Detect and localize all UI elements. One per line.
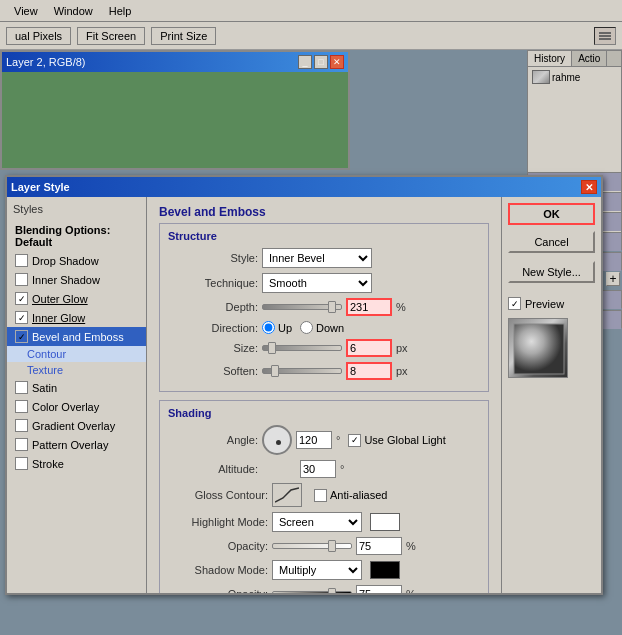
soften-input[interactable] bbox=[346, 362, 392, 380]
shadow-opacity-thumb[interactable] bbox=[328, 588, 336, 593]
checkbox-pattern-overlay[interactable] bbox=[15, 438, 28, 451]
checkbox-color-overlay[interactable] bbox=[15, 400, 28, 413]
style-item-outer-glow[interactable]: Outer Glow bbox=[7, 289, 146, 308]
dialog-title: Layer Style bbox=[11, 181, 70, 193]
checkbox-gradient-overlay[interactable] bbox=[15, 419, 28, 432]
soften-slider-thumb[interactable] bbox=[271, 365, 279, 377]
size-label: Size: bbox=[168, 342, 258, 354]
doc-titlebar-btns: _ □ ✕ bbox=[298, 55, 344, 69]
shadow-opacity-slider bbox=[272, 591, 352, 593]
angle-input[interactable] bbox=[296, 431, 332, 449]
style-item-bevel-emboss[interactable]: Bevel and Emboss bbox=[7, 327, 146, 346]
depth-slider-track[interactable] bbox=[262, 304, 342, 310]
highlight-opacity-input[interactable] bbox=[356, 537, 402, 555]
radio-up[interactable] bbox=[262, 321, 275, 334]
preview-checkbox[interactable] bbox=[508, 297, 521, 310]
add-icon-btn[interactable]: + bbox=[606, 272, 620, 286]
style-item-gradient-overlay[interactable]: Gradient Overlay bbox=[7, 416, 146, 435]
label-texture: Texture bbox=[27, 364, 63, 376]
style-select[interactable]: Inner Bevel bbox=[262, 248, 372, 268]
style-row: Style: Inner Bevel bbox=[168, 248, 480, 268]
shadow-opacity-input[interactable] bbox=[356, 585, 402, 593]
menu-help[interactable]: Help bbox=[101, 3, 140, 19]
radio-down[interactable] bbox=[300, 321, 313, 334]
highlight-opacity-row: Opacity: % bbox=[168, 537, 480, 555]
style-item-texture[interactable]: Texture bbox=[7, 362, 146, 378]
checkbox-inner-shadow[interactable] bbox=[15, 273, 28, 286]
structure-title: Structure bbox=[168, 230, 480, 242]
highlight-mode-row: Highlight Mode: Screen bbox=[168, 512, 480, 532]
anti-aliased-checkbox[interactable] bbox=[314, 489, 327, 502]
angle-dial[interactable] bbox=[262, 425, 292, 455]
style-item-blending[interactable]: Blending Options: Default bbox=[7, 221, 146, 251]
highlight-opacity-track[interactable] bbox=[272, 543, 352, 549]
preview-check[interactable]: Preview bbox=[508, 297, 564, 310]
history-item-label: rahme bbox=[552, 72, 580, 83]
style-item-pattern-overlay[interactable]: Pattern Overlay bbox=[7, 435, 146, 454]
style-item-inner-glow[interactable]: Inner Glow bbox=[7, 308, 146, 327]
style-item-contour[interactable]: Contour bbox=[7, 346, 146, 362]
menu-window[interactable]: Window bbox=[46, 3, 101, 19]
checkbox-drop-shadow[interactable] bbox=[15, 254, 28, 267]
highlight-opacity-label: Opacity: bbox=[168, 540, 268, 552]
dial-dot bbox=[276, 440, 281, 445]
tab-actions[interactable]: Actio bbox=[572, 51, 607, 66]
history-item[interactable]: rahme bbox=[530, 69, 619, 85]
doc-close-btn[interactable]: ✕ bbox=[330, 55, 344, 69]
doc-maximize-btn[interactable]: □ bbox=[314, 55, 328, 69]
toolbar-btn-pixels[interactable]: ual Pixels bbox=[6, 27, 71, 45]
highlight-mode-select[interactable]: Screen bbox=[272, 512, 362, 532]
checkbox-bevel-emboss[interactable] bbox=[15, 330, 28, 343]
dialog-buttons: OK Cancel New Style... Preview bbox=[501, 197, 601, 593]
ok-button[interactable]: OK bbox=[508, 203, 595, 225]
toolbar-btn-printsize[interactable]: Print Size bbox=[151, 27, 216, 45]
doc-minimize-btn[interactable]: _ bbox=[298, 55, 312, 69]
tab-history[interactable]: History bbox=[528, 51, 572, 66]
highlight-opacity-thumb[interactable] bbox=[328, 540, 336, 552]
size-unit: px bbox=[396, 342, 408, 354]
size-row: Size: px bbox=[168, 339, 480, 357]
label-color-overlay: Color Overlay bbox=[32, 401, 99, 413]
label-inner-glow: Inner Glow bbox=[32, 312, 85, 324]
svg-rect-0 bbox=[599, 32, 611, 34]
style-item-color-overlay[interactable]: Color Overlay bbox=[7, 397, 146, 416]
dialog-close-btn[interactable]: ✕ bbox=[581, 180, 597, 194]
size-slider-track[interactable] bbox=[262, 345, 342, 351]
style-item-inner-shadow[interactable]: Inner Shadow bbox=[7, 270, 146, 289]
checkbox-inner-glow[interactable] bbox=[15, 311, 28, 324]
depth-label: Depth: bbox=[168, 301, 258, 313]
checkbox-satin[interactable] bbox=[15, 381, 28, 394]
size-input[interactable] bbox=[346, 339, 392, 357]
direction-down[interactable]: Down bbox=[300, 321, 344, 334]
shadow-opacity-track[interactable] bbox=[272, 591, 352, 593]
size-slider-thumb[interactable] bbox=[268, 342, 276, 354]
global-light-check[interactable]: Use Global Light bbox=[348, 434, 445, 447]
bevel-emboss-section-title: Bevel and Emboss bbox=[159, 205, 489, 219]
new-style-button[interactable]: New Style... bbox=[508, 261, 595, 283]
anti-aliased-check[interactable]: Anti-aliased bbox=[314, 489, 387, 502]
size-slider-container bbox=[262, 345, 342, 351]
shadow-color-swatch[interactable] bbox=[370, 561, 400, 579]
highlight-color-swatch[interactable] bbox=[370, 513, 400, 531]
toolbar-btn-fitscreen[interactable]: Fit Screen bbox=[77, 27, 145, 45]
shadow-mode-select[interactable]: Multiply bbox=[272, 560, 362, 580]
technique-select[interactable]: Smooth bbox=[262, 273, 372, 293]
contour-preview[interactable] bbox=[272, 483, 302, 507]
style-item-satin[interactable]: Satin bbox=[7, 378, 146, 397]
global-light-checkbox[interactable] bbox=[348, 434, 361, 447]
soften-slider-track[interactable] bbox=[262, 368, 342, 374]
direction-row: Direction: Up Down bbox=[168, 321, 480, 334]
direction-up[interactable]: Up bbox=[262, 321, 292, 334]
depth-slider-thumb[interactable] bbox=[328, 301, 336, 313]
depth-input[interactable] bbox=[346, 298, 392, 316]
technique-row: Technique: Smooth bbox=[168, 273, 480, 293]
menu-view[interactable]: View bbox=[6, 3, 46, 19]
checkbox-outer-glow[interactable] bbox=[15, 292, 28, 305]
layer-style-dialog: Layer Style ✕ Styles Blending Options: D… bbox=[5, 175, 603, 595]
label-outer-glow: Outer Glow bbox=[32, 293, 88, 305]
style-item-drop-shadow[interactable]: Drop Shadow bbox=[7, 251, 146, 270]
style-item-stroke[interactable]: Stroke bbox=[7, 454, 146, 473]
altitude-input[interactable] bbox=[300, 460, 336, 478]
cancel-button[interactable]: Cancel bbox=[508, 231, 595, 253]
checkbox-stroke[interactable] bbox=[15, 457, 28, 470]
